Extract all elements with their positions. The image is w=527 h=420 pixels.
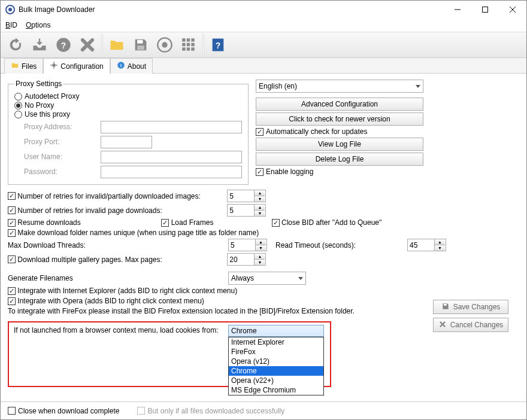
tab-files[interactable]: Files [4,58,43,74]
firefox-note: To integrate with FireFox please install… [8,307,355,315]
cookies-group: If not launched from a browser context m… [8,321,331,387]
save-button[interactable] [129,34,152,56]
svg-rect-14 [187,43,190,46]
proxy-address-label: Proxy Address: [24,121,96,133]
check-resume-label: Resume downloads [17,218,161,227]
spin-readtimeout[interactable]: ▲▼ [407,239,446,251]
config-panel: Proxy Settings Autodetect Proxy No Proxy… [1,74,526,401]
genfilenames-select[interactable]: Always [228,272,306,285]
folder-button[interactable] [105,34,128,56]
svg-rect-6 [137,40,143,44]
grid-button[interactable] [177,34,200,56]
proxy-pass-label: Password: [24,166,96,178]
chevron-down-icon [416,85,420,88]
tab-configuration[interactable]: Configuration [43,58,110,74]
view-log-button[interactable]: View Log File [256,138,423,151]
svg-rect-17 [187,47,190,50]
check-ie-label: Integrate with Internet Explorer (adds B… [17,287,237,295]
delete-button[interactable] [76,34,99,56]
proxy-user-label: User Name: [24,151,96,163]
toolbar: ? ? [1,32,526,58]
radio-autodetect[interactable] [14,93,22,101]
settings-button[interactable] [153,34,176,56]
proxy-address-input[interactable] [101,121,242,133]
genfilenames-value: Always [231,274,254,282]
advanced-config-button[interactable]: Advanced Configuration [256,98,423,111]
cookie-option[interactable]: Chrome [229,366,323,376]
cookie-option[interactable]: FireFox [229,347,323,357]
check-loadframes-label: Load Frames [171,218,272,227]
svg-text:i: i [120,63,122,68]
cookie-option[interactable]: Internet Explorer [229,337,323,347]
proxy-pass-input[interactable] [101,166,242,178]
spin-maxpages[interactable]: ▲▼ [227,253,266,266]
svg-rect-16 [182,47,185,50]
check-opera-label: Integrate with Opera (adds BID to right … [17,297,204,305]
check-closewhen-label: Close when download complete [18,407,119,415]
radio-usethis[interactable] [14,111,22,118]
save-icon [441,302,450,312]
proxy-port-input[interactable] [101,136,152,148]
folder-icon [11,61,19,71]
check-autoupdate[interactable] [256,128,264,136]
tabstrip: Files Configuration i About [1,58,526,74]
tab-about[interactable]: i About [110,58,153,74]
check-retries-page[interactable] [8,206,16,214]
check-opera[interactable] [8,297,16,305]
check-retries-img[interactable] [8,192,16,200]
inbox-button[interactable] [28,34,51,56]
refresh-button[interactable] [4,34,27,56]
spin-maxthreads[interactable]: ▲▼ [228,239,267,251]
menu-bid[interactable]: BID [5,21,17,29]
spin-retries-page[interactable]: ▲▼ [227,204,266,217]
cookie-option[interactable]: Opera (v12) [229,357,323,366]
check-ie[interactable] [8,287,16,295]
maximize-button[interactable] [471,1,499,19]
radio-autodetect-label: Autodetect Proxy [25,92,79,101]
check-resume[interactable] [8,219,16,227]
language-select[interactable]: English (en) [256,80,423,93]
cookies-label: If not launched from a browser context m… [14,326,219,334]
svg-rect-7 [137,45,144,50]
delete-log-button[interactable]: Delete Log File [256,153,423,166]
cancel-changes-button[interactable]: Cancel Changes [433,318,508,332]
check-enablelog[interactable] [256,168,264,176]
svg-rect-1 [483,7,488,13]
proxy-user-input[interactable] [101,151,242,163]
genfilenames-label: Generate Filenames [8,274,228,282]
check-closewhen[interactable] [8,407,16,415]
cookies-combo[interactable]: Chrome Internet Explorer FireFox Opera (… [228,325,324,395]
proxy-legend: Proxy Settings [14,80,63,88]
check-unique[interactable] [8,229,16,237]
close-button[interactable] [499,1,526,19]
footer: Close when download complete But only if… [1,401,526,419]
radio-usethis-label: Use this proxy [25,110,70,118]
menu-options[interactable]: Options [26,21,50,29]
check-multipage[interactable] [8,255,16,263]
svg-text:?: ? [61,41,66,50]
check-loadframes[interactable] [161,219,169,227]
cancel-changes-label: Cancel Changes [450,321,504,329]
cookie-option[interactable]: MS Edge Chromium [229,385,323,395]
spin-retries-img[interactable]: ▲▼ [227,190,266,202]
about-button[interactable]: ? [207,34,229,56]
check-butonly-label: But only if all files downloaded success… [147,407,284,415]
cookie-option[interactable]: Opera (v22+) [229,376,323,385]
svg-rect-12 [191,38,194,41]
svg-text:?: ? [216,41,221,50]
check-closebid[interactable] [272,219,280,227]
check-multipage-label: Download multiple gallery pages. Max pag… [17,255,227,264]
radio-noproxy[interactable] [14,102,22,109]
help-button[interactable]: ? [52,34,75,56]
language-value: English (en) [259,82,297,90]
check-version-button[interactable]: Click to check for newer version [256,112,423,126]
window-title: Bulk Image Downloader [19,5,444,14]
chevron-down-icon [298,277,303,280]
check-enablelog-label: Enable logging [266,168,313,176]
check-retries-page-label: Number of retries for invalid page downl… [17,206,227,215]
cookies-selected: Chrome [231,327,257,335]
svg-rect-28 [444,303,447,305]
minimize-button[interactable] [444,1,471,19]
check-autoupdate-label: Automatically check for updates [266,127,367,136]
save-changes-button[interactable]: Save Changes [433,300,508,314]
